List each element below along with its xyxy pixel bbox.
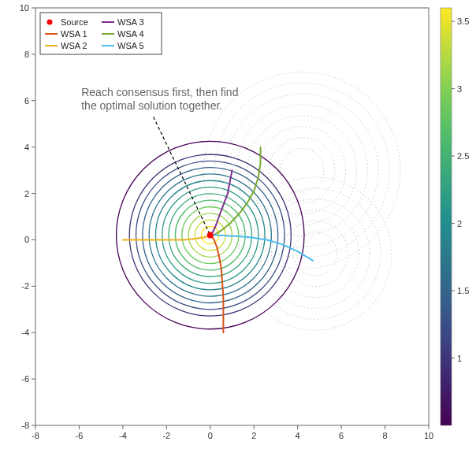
annotation-leader	[154, 117, 210, 235]
y-tick-label: -6	[21, 374, 29, 384]
ghost-contour	[282, 221, 348, 287]
y-tick-label: 0	[24, 235, 29, 244]
ghost-contour	[203, 72, 400, 269]
legend-label: WSA 3	[117, 17, 144, 27]
colorbar-tick-label: 1	[457, 354, 462, 363]
y-tick-label: 6	[24, 96, 29, 106]
legend-label: Source	[61, 17, 88, 27]
source-point	[207, 232, 214, 239]
x-tick-label: -2	[162, 431, 170, 440]
y-tick-label: 10	[20, 3, 29, 13]
ghost-contour	[247, 116, 357, 225]
colorbar-tick-label: 3.5	[457, 17, 469, 26]
ghost-contour	[258, 127, 346, 214]
x-tick-label: -4	[119, 431, 127, 440]
colorbar-tick-label: 2.5	[457, 151, 469, 161]
x-tick-label: 4	[296, 431, 300, 440]
legend-label: WSA 2	[61, 41, 87, 50]
legend-label: WSA 5	[117, 41, 144, 50]
y-tick-label: -4	[21, 328, 29, 337]
legend-label: WSA 4	[117, 29, 144, 39]
legend-label: WSA 1	[61, 29, 87, 39]
ghost-contour	[214, 83, 389, 258]
y-tick-label: -2	[21, 281, 29, 291]
y-tick-label: -8	[21, 421, 29, 430]
ghost-contour	[225, 94, 378, 247]
annotation-text: the optimal solution together.	[81, 99, 222, 112]
ghost-contour	[293, 232, 337, 275]
colorbar	[441, 8, 452, 425]
annotation-text: Reach consensus first, then find	[81, 86, 238, 98]
y-tick-label: 2	[24, 189, 29, 199]
y-tick-label: 4	[24, 143, 29, 152]
colorbar-tick-label: 3	[457, 84, 462, 94]
legend-marker	[47, 20, 53, 25]
ghost-contour	[250, 188, 381, 319]
trajectory-wsa-5	[211, 236, 313, 261]
y-tick-label: 8	[24, 50, 29, 59]
x-tick-label: 0	[208, 431, 213, 440]
trajectory-wsa-1	[211, 236, 223, 332]
trajectory-plot: -8-6-4-20246810-8-6-4-20246810Reach cons…	[0, 0, 476, 449]
x-tick-label: 2	[251, 431, 256, 440]
x-tick-label: 6	[339, 431, 344, 440]
x-tick-label: -6	[76, 431, 84, 440]
ghost-contour	[271, 210, 359, 298]
colorbar-tick-label: 1.5	[457, 286, 469, 295]
ghost-contour	[280, 148, 323, 191]
x-tick-label: 8	[382, 431, 387, 440]
x-tick-label: -8	[32, 431, 39, 440]
colorbar-tick-label: 2	[457, 219, 462, 228]
x-tick-label: 10	[424, 431, 433, 440]
